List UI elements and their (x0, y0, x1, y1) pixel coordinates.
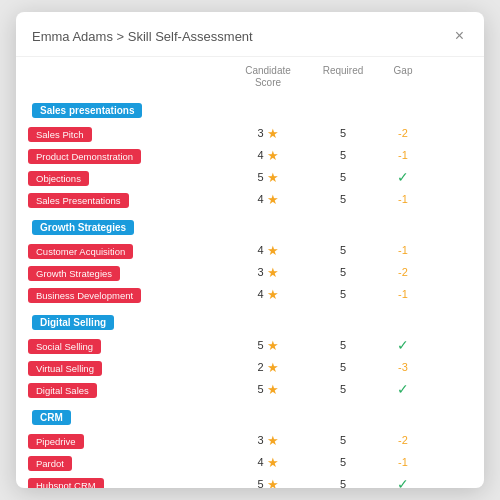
column-headers: CandidateScore Required Gap (24, 57, 476, 93)
skill-tag: Objections (28, 171, 89, 186)
star-icon: ★ (267, 243, 279, 258)
col-header-gap: Gap (378, 65, 428, 89)
col-header-score: CandidateScore (228, 65, 308, 89)
col-header-required: Required (308, 65, 378, 89)
table-row: Objections5★5✓ (24, 166, 476, 188)
gap-value: ✓ (378, 168, 428, 186)
candidate-score: 5★ (228, 338, 308, 353)
skill-tag: Business Development (28, 288, 141, 303)
score-value: 5 (257, 171, 263, 183)
skill-tag: Product Demonstration (28, 149, 141, 164)
score-value: 4 (257, 244, 263, 256)
star-icon: ★ (267, 455, 279, 470)
star-icon: ★ (267, 265, 279, 280)
table-row: Growth Strategies3★5-2 (24, 261, 476, 283)
gap-value: -1 (378, 149, 428, 161)
modal-title: Emma Adams > Skill Self-Assessment (32, 29, 253, 44)
required-value: 5 (308, 434, 378, 446)
score-value: 4 (257, 149, 263, 161)
candidate-score: 5★ (228, 382, 308, 397)
gap-value: -1 (378, 193, 428, 205)
close-button[interactable]: × (451, 26, 468, 46)
star-icon: ★ (267, 148, 279, 163)
score-value: 4 (257, 193, 263, 205)
table-wrapper: CandidateScore Required Gap Sales presen… (16, 57, 484, 488)
required-value: 5 (308, 288, 378, 300)
star-icon: ★ (267, 287, 279, 302)
table-row: Product Demonstration4★5-1 (24, 144, 476, 166)
sections-container: Sales presentationsSales Pitch3★5-2Produ… (24, 97, 476, 488)
candidate-score: 4★ (228, 243, 308, 258)
candidate-score: 4★ (228, 287, 308, 302)
required-value: 5 (308, 171, 378, 183)
gap-value: -1 (378, 288, 428, 300)
star-icon: ★ (267, 382, 279, 397)
gap-value: -2 (378, 266, 428, 278)
skill-tag: Sales Presentations (28, 193, 129, 208)
skill-tag: Sales Pitch (28, 127, 92, 142)
candidate-score: 2★ (228, 360, 308, 375)
star-icon: ★ (267, 192, 279, 207)
required-value: 5 (308, 456, 378, 468)
score-value: 3 (257, 127, 263, 139)
section-label-crm: CRM (32, 410, 71, 425)
skill-tag: Growth Strategies (28, 266, 120, 281)
score-value: 3 (257, 266, 263, 278)
skill-tag: Pardot (28, 456, 72, 471)
required-value: 5 (308, 339, 378, 351)
gap-value: -1 (378, 244, 428, 256)
required-value: 5 (308, 361, 378, 373)
gap-value: ✓ (378, 475, 428, 488)
required-value: 5 (308, 149, 378, 161)
table-row: Virtual Selling2★5-3 (24, 356, 476, 378)
candidate-score: 4★ (228, 455, 308, 470)
star-icon: ★ (267, 477, 279, 489)
table-row: Pipedrive3★5-2 (24, 429, 476, 451)
candidate-score: 4★ (228, 192, 308, 207)
modal-header: Emma Adams > Skill Self-Assessment × (16, 12, 484, 57)
required-value: 5 (308, 266, 378, 278)
score-value: 5 (257, 383, 263, 395)
skill-tag: Pipedrive (28, 434, 84, 449)
star-icon: ★ (267, 360, 279, 375)
skill-tag: Customer Acquisition (28, 244, 133, 259)
candidate-score: 5★ (228, 477, 308, 489)
gap-value: -2 (378, 127, 428, 139)
required-value: 5 (308, 244, 378, 256)
candidate-score: 3★ (228, 433, 308, 448)
checkmark-icon: ✓ (397, 476, 409, 488)
table-row: Hubspot CRM5★5✓ (24, 473, 476, 488)
star-icon: ★ (267, 170, 279, 185)
section-label-sales-presentations: Sales presentations (32, 103, 142, 118)
gap-value: -1 (378, 456, 428, 468)
required-value: 5 (308, 127, 378, 139)
checkmark-icon: ✓ (397, 169, 409, 185)
table-row: Social Selling5★5✓ (24, 334, 476, 356)
section-label-growth-strategies: Growth Strategies (32, 220, 134, 235)
required-value: 5 (308, 193, 378, 205)
skill-tag: Virtual Selling (28, 361, 102, 376)
table-row: Business Development4★5-1 (24, 283, 476, 305)
table-row: Digital Sales5★5✓ (24, 378, 476, 400)
skill-assessment-modal: Emma Adams > Skill Self-Assessment × Can… (16, 12, 484, 488)
gap-value: ✓ (378, 380, 428, 398)
candidate-score: 3★ (228, 126, 308, 141)
candidate-score: 5★ (228, 170, 308, 185)
score-value: 3 (257, 434, 263, 446)
skill-tag: Social Selling (28, 339, 101, 354)
candidate-score: 4★ (228, 148, 308, 163)
candidate-score: 3★ (228, 265, 308, 280)
star-icon: ★ (267, 338, 279, 353)
score-value: 4 (257, 456, 263, 468)
score-value: 5 (257, 478, 263, 488)
star-icon: ★ (267, 433, 279, 448)
table-row: Sales Pitch3★5-2 (24, 122, 476, 144)
checkmark-icon: ✓ (397, 381, 409, 397)
gap-value: -2 (378, 434, 428, 446)
table-row: Pardot4★5-1 (24, 451, 476, 473)
skill-tag: Digital Sales (28, 383, 97, 398)
gap-value: -3 (378, 361, 428, 373)
required-value: 5 (308, 478, 378, 488)
gap-value: ✓ (378, 336, 428, 354)
score-value: 4 (257, 288, 263, 300)
